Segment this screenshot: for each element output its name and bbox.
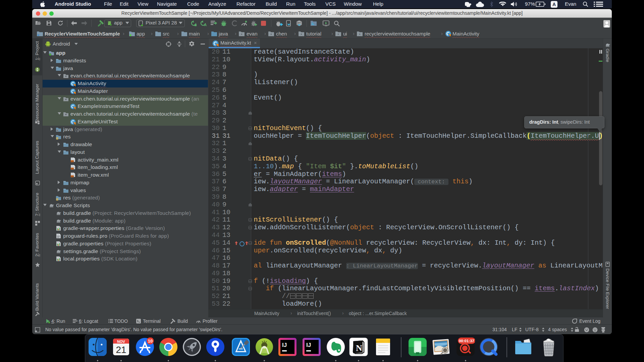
svg-text:IJ: IJ	[282, 342, 287, 348]
svg-text:A: A	[552, 2, 556, 7]
svg-text:00:01:37: 00:01:37	[459, 339, 474, 343]
svg-text:IJ: IJ	[306, 342, 311, 348]
svg-text:21: 21	[116, 345, 126, 355]
svg-text:N: N	[356, 343, 362, 353]
svg-text:NOV: NOV	[117, 340, 125, 344]
svg-text:10: 10	[148, 339, 153, 344]
svg-text:A: A	[204, 23, 207, 26]
